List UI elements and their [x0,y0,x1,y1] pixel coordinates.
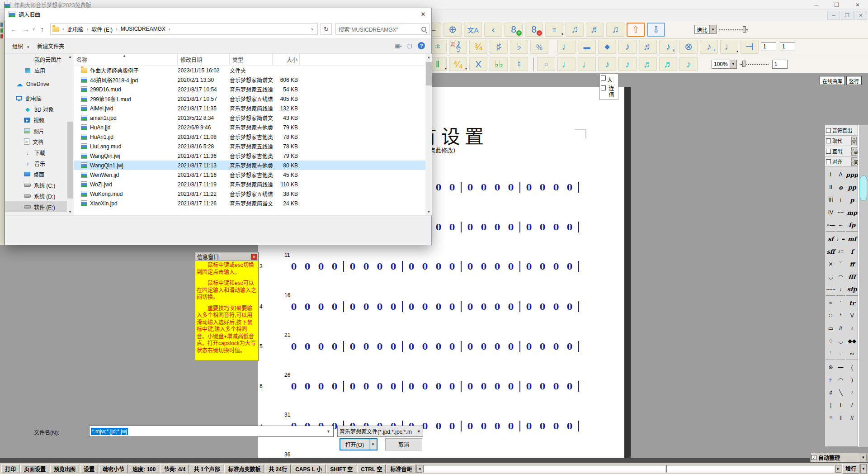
new-folder-button[interactable]: 新建文件夹 [37,42,64,50]
palette-symbol[interactable]: ◡ [836,335,845,347]
sidebar-item-文档[interactable]: 文档 [5,136,67,147]
sharp-tool[interactable]: ♯ [490,40,508,54]
stem-tool[interactable]: ⊣ [741,40,759,54]
zoom-select[interactable]: 100%▼ [712,60,737,69]
palette-symbol[interactable]: ~~ [836,206,845,219]
measure[interactable]: 0000 [405,262,459,271]
measure[interactable]: 0000 [405,382,459,391]
clef-key-tool[interactable]: 调𝄞 [449,40,467,54]
info-close-icon[interactable]: ✕ [251,254,257,260]
palette-symbol[interactable]: / [846,399,858,412]
palette-checkbox-直出[interactable]: 直出▲▼高 [825,146,858,156]
palette-symbol[interactable]: ʻ [826,347,835,360]
table-row[interactable]: XiaoXin.jpd2021/8/17 11:26音乐梦想家简谱文...24 … [74,199,425,208]
palette-symbol[interactable]: ∣ [826,399,835,412]
palette-symbol[interactable]: ‖ [836,412,845,424]
sidebar-item-系统C[interactable]: 系统 (C:) [5,180,67,190]
palette-symbol[interactable]: ⊦ [826,374,835,386]
thirtysecond-note-cyan-tool[interactable]: ♬ [659,57,677,71]
palette-symbol[interactable]: ╲ [836,386,845,399]
upload-tool[interactable]: ⇧ [627,23,645,37]
sidebar-item-此电脑[interactable]: 此电脑 [5,93,67,104]
palette-symbol[interactable]: sf [826,232,835,245]
palette-symbol[interactable]: tr [846,297,858,309]
add-row-button[interactable]: 增行 [842,464,859,474]
quarter-note-tool[interactable]: ♩ [557,40,576,54]
x-symbol-tool[interactable]: X [469,57,487,71]
status-segment[interactable]: 设置 [80,465,98,473]
breadcrumb-item[interactable]: 此电脑 [67,25,84,33]
big-checkbox[interactable]: 大 [601,76,617,83]
cancel-button[interactable]: 取消 [385,438,422,450]
palette-symbol[interactable]: ⊛ [826,361,835,374]
auto-arrange-control[interactable]: ✓ 自动整理 ▼ [810,453,868,462]
palette-symbol[interactable]: ) [846,374,858,386]
palette-symbol[interactable]: ◆◆ [846,335,858,347]
up-icon[interactable]: ↑ [41,25,44,33]
table-row[interactable]: WangQin1.jwj2021/8/17 11:13音乐梦想家吉他类...80… [74,161,425,170]
palette-symbol[interactable]: ▭ [826,322,835,335]
sidebar-item-桌面[interactable]: 桌面 [5,169,67,180]
status-segment[interactable]: 打印 [1,465,19,473]
octave-plus-tool[interactable]: 8+ [505,23,523,37]
maximize-button[interactable]: ❐ [826,0,847,9]
measure[interactable]: 0000 [522,302,576,312]
angle-bracket-tool[interactable]: ‹ [484,23,502,37]
table-row[interactable]: 44拍风格2018-4.jpd2020/2/1 13:30音乐梦想家简谱文...… [74,75,425,85]
palette-symbol[interactable]: ≀ [846,322,858,335]
forward-icon[interactable]: → [23,25,29,33]
palette-symbol[interactable]: p [846,194,858,206]
measure[interactable]: 0000 [287,342,341,351]
palette-symbol[interactable]: I [836,399,845,412]
sidebar-item-软件E[interactable]: 软件 (E:) [5,201,67,212]
slider-thumb[interactable] [743,26,746,33]
table-row[interactable]: LiuLang.mud2021/8/16 5:28音乐梦想家五线谱...78 K… [74,142,425,151]
checkbox-icon[interactable] [826,159,831,164]
palette-symbol[interactable]: ≀ [846,386,858,399]
table-row[interactable]: WenWen.jjd2021/8/17 11:16音乐梦想家吉他类...45 K… [74,170,425,180]
x-note-tool[interactable]: ♪x [659,40,677,54]
palette-symbol[interactable]: ✕ [826,258,835,270]
status-segment[interactable]: 页面设置 [20,465,49,473]
measure[interactable]: 0000 [463,302,518,312]
checkbox-icon[interactable] [826,149,831,154]
minimize-button[interactable]: ─ [806,0,826,9]
measure[interactable]: 0000 [346,262,400,271]
file-list-scrollbar[interactable]: ▲ ▼ [425,54,432,215]
scroll-left-icon[interactable]: ◄ [416,465,422,473]
table-row[interactable]: WuKong.mud2021/8/17 11:22音乐梦想家五线谱...38 K… [74,189,425,199]
palette-symbol[interactable]: ≀ [836,194,845,206]
table-row[interactable]: HuAn.jjd2022/6/9 9:46音乐梦想家吉他类...79 KB [74,123,425,132]
palette-symbol[interactable]: ♪= [836,245,845,258]
palette-scroll-thumb[interactable] [860,175,867,201]
palette-symbol[interactable]: ff [846,258,858,270]
palette-symbol[interactable]: mp [846,206,858,219]
table-row[interactable]: 299D16.mud2021/8/17 10:54音乐梦想家五线谱...54 K… [74,85,425,94]
score-system[interactable]: 00000000000000000000 [287,381,581,392]
circle-x-note-tool[interactable]: ⊗ [679,40,698,54]
measure[interactable]: 0000 [522,422,576,431]
palette-symbol[interactable]: ◠ [836,270,845,283]
palette-symbol[interactable]: sff [826,245,835,258]
palette-symbol[interactable]: ( [846,361,858,374]
half-note-tool[interactable]: ♩ [557,57,576,71]
spacing-tool[interactable]: ≡▾ [545,23,563,37]
scroll-down-icon[interactable]: ▼ [425,209,432,215]
sidebar-item-音乐[interactable]: 音乐 [5,158,67,169]
measure[interactable]: 0000 [463,262,518,271]
measure[interactable]: 0000 [405,342,459,351]
table-row[interactable]: HuAn1.jjd2021/8/17 11:08音乐梦想家吉他类...78 KB [74,132,425,142]
palette-symbol[interactable]: * [836,309,845,322]
measure[interactable]: 0000 [463,223,518,232]
palette-symbol[interactable]: · [836,347,845,360]
palette-checkbox-取代[interactable]: 取代▲▼ [825,136,858,146]
eighth-note-cyan-tool-2[interactable]: ♪ [618,57,637,71]
palette-checkbox-音符直出[interactable]: 音符直出 [825,125,858,136]
sidebar-item-OneDrive[interactable]: OneDrive [5,79,67,90]
palette-symbol[interactable]: mf [846,232,858,245]
palette-symbol[interactable]: ◡ [826,270,835,283]
duration-select-tool[interactable]: ♩▾ [720,40,738,54]
palette-symbol[interactable]: ˘ [836,258,845,270]
measure[interactable]: 0000 [522,262,576,271]
pickup-input-1[interactable]: 1 [761,42,776,51]
